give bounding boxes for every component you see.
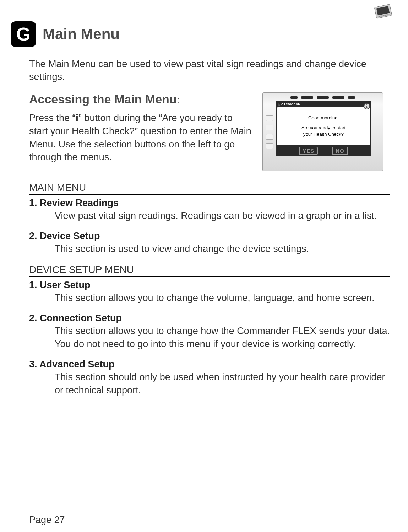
screen-line-2: Are you ready to start [301,125,346,131]
menu-item-title: 1. Review Readings [29,198,390,209]
device-corner-icon [372,4,394,20]
info-button-icon: i [364,103,370,109]
menu-item-title: 1. User Setup [29,280,390,291]
menu-item-advanced-setup: 3. Advanced Setup This section should on… [29,359,390,397]
device-setup-menu-section: DEVICE SETUP MENU 1. User Setup This sec… [18,264,390,397]
menu-item-body: This section is used to view and change … [29,242,390,255]
screen-bezel: CARDIOCOM i Good morning! Are you ready … [276,101,371,156]
selection-button-4 [266,143,273,149]
menu-item-body: This section should only be used when in… [29,371,390,397]
colon: : [177,95,180,106]
selection-button-1 [266,115,273,121]
menu-item-connection-setup: 2. Connection Setup This section allows … [29,313,390,350]
section-badge: G [11,21,36,47]
info-symbol: i [76,112,78,123]
main-menu-section: MAIN MENU 1. Review Readings View past v… [18,182,390,256]
yes-no-row: YES NO [277,147,370,155]
device-figure: CARDIOCOM i Good morning! Are you ready … [262,92,390,171]
main-menu-header: MAIN MENU [29,182,390,195]
accessing-heading: Accessing the Main Menu: [29,92,252,106]
page-number: Page 27 [29,515,65,526]
menu-item-user-setup: 1. User Setup This section allows you to… [29,280,390,304]
page-title: Main Menu [43,26,120,43]
brand-text: CARDIOCOM [281,103,301,106]
menu-item-body: This section allows you to change the vo… [29,291,390,304]
accessing-body-pre: Press the “ [29,113,76,123]
no-button: NO [332,147,348,155]
selection-button-2 [266,125,273,130]
menu-item-review-readings: 1. Review Readings View past vital sign … [29,198,390,222]
device-setup-menu-header: DEVICE SETUP MENU [29,264,390,277]
screen-line-1: Good morning! [308,115,339,121]
selection-button-3 [266,134,273,140]
yes-button: YES [299,147,318,155]
device-left-buttons [266,101,273,156]
accessing-heading-text: Accessing the Main Menu [29,92,177,106]
menu-item-body: View past vital sign readings. Readings … [29,209,390,222]
device-frame: CARDIOCOM i Good morning! Are you ready … [262,92,383,171]
accessing-body: Press the “i” button during the “Are you… [29,111,252,164]
device-top-slots [266,96,380,99]
intro-text: The Main Menu can be used to view past v… [18,58,390,84]
brand-bar: CARDIOCOM [277,102,370,106]
menu-item-title: 2. Connection Setup [29,313,390,324]
menu-item-body: This section allows you to change how th… [29,324,390,350]
screen-line-3: your Health Check? [303,131,344,138]
menu-item-title: 2. Device Setup [29,231,390,242]
menu-item-device-setup: 2. Device Setup This section is used to … [29,231,390,255]
screen-inner: Good morning! Are you ready to start you… [277,107,370,145]
menu-item-title: 3. Advanced Setup [29,359,390,370]
title-row: G Main Menu [18,21,390,47]
